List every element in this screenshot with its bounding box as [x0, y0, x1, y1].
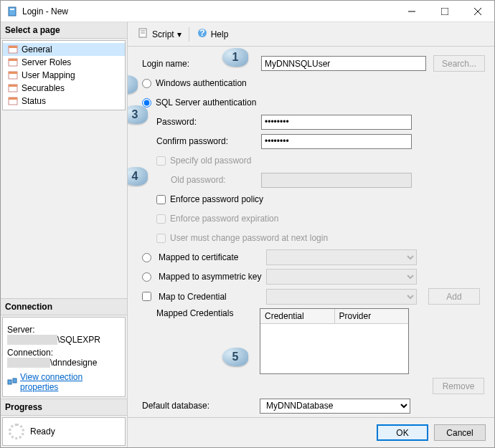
- svg-rect-13: [9, 85, 17, 87]
- app-icon: [6, 6, 18, 17]
- page-list: General Server Roles User Mapping Secura…: [2, 40, 126, 110]
- page-item-status[interactable]: Status: [3, 95, 125, 108]
- titlebar: Login - New: [1, 1, 494, 22]
- mapped-cert-select: [266, 249, 417, 265]
- mapped-asym-select: [266, 269, 417, 285]
- search-button[interactable]: Search...: [433, 55, 485, 72]
- script-icon: [138, 27, 149, 41]
- callout-4: 4: [128, 167, 148, 186]
- connection-panel: Server: \SQLEXPR Connection: \dnndesigne…: [2, 317, 126, 397]
- mapped-cert-label: Mapped to certificate: [156, 252, 262, 262]
- mapped-credentials-label: Mapped Credentials: [139, 308, 260, 318]
- view-connection-link[interactable]: View connection properties: [7, 372, 121, 392]
- progress-panel: Ready: [2, 417, 126, 446]
- confirm-password-label: Confirm password:: [139, 136, 240, 146]
- close-button[interactable]: [461, 1, 494, 22]
- page-label: Server Roles: [22, 57, 71, 67]
- default-db-label: Default database:: [139, 401, 260, 411]
- default-db-select[interactable]: MyDNNDatabase: [260, 399, 410, 414]
- svg-rect-11: [9, 72, 17, 74]
- map-credential-select: [266, 289, 417, 305]
- svg-rect-0: [9, 7, 16, 16]
- remove-button: Remove: [433, 378, 484, 394]
- dropdown-arrow-icon: ▾: [177, 29, 182, 39]
- help-button[interactable]: ? Help: [194, 26, 232, 42]
- callout-3: 3: [128, 105, 148, 124]
- page-item-general[interactable]: General: [3, 43, 125, 56]
- page-item-securables[interactable]: Securables: [3, 82, 125, 95]
- page-item-server-roles[interactable]: Server Roles: [3, 56, 125, 69]
- dialog-footer: OK Cancel: [128, 417, 494, 447]
- server-label: Server:: [7, 325, 121, 335]
- maximize-button[interactable]: [428, 1, 461, 22]
- connection-value: \dnndesigne: [50, 358, 97, 368]
- windows-auth-label: Windows authentication: [156, 78, 247, 88]
- page-label: Status: [22, 96, 46, 106]
- page-icon: [7, 70, 19, 81]
- page-icon: [7, 44, 19, 55]
- mapped-asym-label: Mapped to asymmetric key: [156, 272, 262, 282]
- login-new-window: Login - New Select a page General Server…: [0, 0, 495, 448]
- svg-rect-17: [13, 378, 16, 383]
- progress-status: Ready: [30, 426, 55, 437]
- callout-2: 2: [128, 75, 138, 94]
- enforce-expiration-checkbox: [156, 214, 166, 224]
- mapped-asym-radio[interactable]: [142, 272, 151, 282]
- page-label: General: [22, 44, 52, 54]
- credentials-table: Credential Provider: [260, 308, 409, 374]
- add-button: Add: [428, 288, 480, 305]
- cred-col-provider: Provider: [335, 309, 409, 323]
- progress-header: Progress: [1, 399, 127, 416]
- map-credential-checkbox[interactable]: [142, 292, 151, 301]
- cred-col-credential: Credential: [260, 309, 335, 323]
- connection-header: Connection: [1, 298, 127, 315]
- right-panel: Script ▾ ? Help 1 2 3 4 5 Login name:: [128, 22, 494, 447]
- ok-button[interactable]: OK: [377, 424, 428, 441]
- toolbar: Script ▾ ? Help: [128, 22, 494, 47]
- page-icon: [7, 57, 19, 68]
- general-form: 1 2 3 4 5 Login name: Search... Windows …: [128, 47, 494, 417]
- page-item-user-mapping[interactable]: User Mapping: [3, 69, 125, 82]
- must-change-label: User must change password at next login: [170, 233, 328, 243]
- sql-auth-label: SQL Server authentication: [156, 97, 256, 108]
- callout-5: 5: [222, 348, 248, 366]
- help-icon: ?: [197, 27, 208, 41]
- svg-rect-15: [9, 97, 17, 100]
- svg-rect-3: [441, 8, 448, 15]
- page-label: Securables: [22, 83, 65, 93]
- minimize-button[interactable]: [395, 1, 428, 22]
- must-change-checkbox: [156, 234, 166, 243]
- connection-label: Connection:: [7, 348, 121, 358]
- login-name-input[interactable]: [261, 56, 426, 71]
- page-label: User Mapping: [22, 70, 75, 80]
- confirm-password-input[interactable]: [261, 134, 412, 149]
- old-password-label: Old password:: [139, 175, 240, 185]
- svg-rect-1: [10, 9, 14, 10]
- password-label: Password:: [139, 117, 240, 127]
- cancel-button[interactable]: Cancel: [434, 424, 486, 441]
- svg-rect-16: [8, 380, 11, 384]
- select-page-header: Select a page: [1, 22, 127, 39]
- password-input[interactable]: [261, 115, 412, 130]
- specify-old-password-label: Specify old password: [170, 156, 251, 166]
- enforce-policy-checkbox[interactable]: [156, 195, 166, 204]
- svg-text:?: ?: [199, 28, 204, 38]
- sql-auth-radio[interactable]: [142, 98, 151, 108]
- svg-rect-7: [9, 46, 17, 48]
- map-credential-label: Map to Credential: [156, 292, 262, 302]
- server-value: \SQLEXPR: [57, 335, 100, 345]
- window-title: Login - New: [22, 6, 395, 16]
- left-panel: Select a page General Server Roles User …: [1, 22, 128, 447]
- svg-rect-9: [9, 59, 17, 61]
- connection-icon: [7, 376, 17, 389]
- enforce-policy-label: Enforce password policy: [170, 194, 263, 204]
- windows-auth-radio[interactable]: [142, 79, 151, 88]
- script-button[interactable]: Script ▾: [135, 26, 184, 42]
- callout-1: 1: [222, 48, 248, 67]
- specify-old-password-checkbox: [156, 156, 166, 166]
- progress-spinner-icon: [9, 424, 24, 439]
- mapped-cert-radio[interactable]: [142, 253, 151, 262]
- old-password-input: [261, 173, 412, 188]
- page-icon: [7, 82, 19, 94]
- page-icon: [7, 95, 19, 107]
